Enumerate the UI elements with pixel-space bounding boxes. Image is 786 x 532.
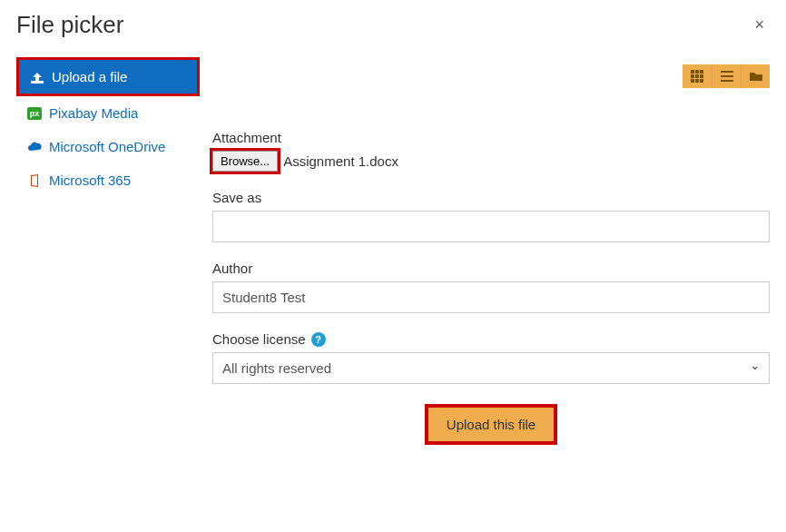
sidebar-item-pixabay-media[interactable]: px Pixabay Media xyxy=(16,96,200,130)
sidebar-item-label: Microsoft OneDrive xyxy=(49,139,165,154)
upload-icon xyxy=(30,70,44,84)
main-content: Attachment Browse... Assignment 1.docx S… xyxy=(212,57,770,441)
onedrive-icon xyxy=(27,140,42,154)
upload-this-file-button[interactable]: Upload this file xyxy=(428,408,554,441)
sidebar-item-label: Upload a file xyxy=(52,69,127,84)
view-toolbar xyxy=(683,64,770,88)
save-as-input[interactable] xyxy=(212,211,770,242)
attachment-label: Attachment xyxy=(212,130,770,145)
sidebar-item-label: Pixabay Media xyxy=(49,105,138,121)
m365-icon xyxy=(27,173,42,188)
list-view-icon[interactable] xyxy=(712,64,741,88)
grid-view-icon[interactable] xyxy=(683,64,712,88)
help-icon[interactable]: ? xyxy=(311,332,326,347)
repository-sidebar: Upload a file px Pixabay Media Microsoft… xyxy=(16,57,200,441)
save-as-label: Save as xyxy=(212,190,770,205)
close-icon[interactable]: × xyxy=(749,12,770,38)
sidebar-item-microsoft-365[interactable]: Microsoft 365 xyxy=(16,163,200,197)
sidebar-item-upload-a-file[interactable]: Upload a file xyxy=(16,57,200,96)
author-input[interactable] xyxy=(212,281,770,313)
author-label: Author xyxy=(212,261,770,276)
license-label: Choose license xyxy=(212,331,306,347)
selected-filename: Assignment 1.docx xyxy=(283,153,398,169)
browse-button[interactable]: Browse... xyxy=(212,151,278,172)
dialog-title: File picker xyxy=(16,11,123,39)
folder-view-icon[interactable] xyxy=(741,64,770,88)
sidebar-item-label: Microsoft 365 xyxy=(49,172,131,188)
license-select[interactable]: All rights reserved xyxy=(212,352,770,384)
pixabay-icon: px xyxy=(27,106,42,121)
sidebar-item-microsoft-onedrive[interactable]: Microsoft OneDrive xyxy=(16,130,200,163)
